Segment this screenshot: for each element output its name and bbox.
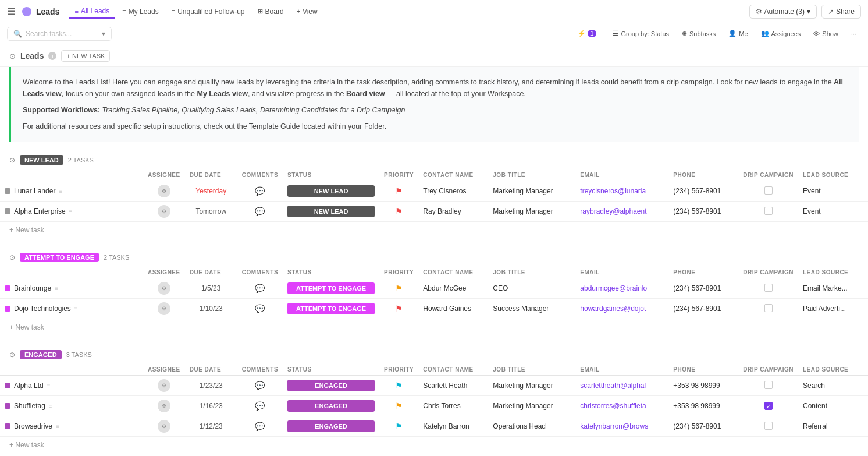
status-badge[interactable]: ATTEMPT TO ENGAGE bbox=[287, 282, 375, 294]
duedate-cell[interactable]: 1/5/23 bbox=[185, 278, 237, 299]
drip-cell[interactable] bbox=[738, 299, 798, 319]
duedate-cell[interactable]: 1/10/23 bbox=[185, 299, 237, 319]
status-cell[interactable]: ENGAGED bbox=[283, 416, 379, 437]
status-badge[interactable]: ENGAGED bbox=[287, 380, 375, 391]
drip-checkbox[interactable] bbox=[764, 284, 773, 292]
comment-icon[interactable]: 💬 bbox=[255, 284, 265, 293]
section-toggle-icon[interactable]: ⊙ bbox=[9, 52, 16, 61]
duedate-cell[interactable]: Yesterday bbox=[185, 181, 237, 202]
task-name-label[interactable]: Alpha Enterprise bbox=[14, 207, 66, 215]
new-task-button[interactable]: + NEW TASK bbox=[61, 50, 110, 62]
status-cell[interactable]: ENGAGED bbox=[283, 396, 379, 416]
section-toggle-icon[interactable]: ⊙ bbox=[9, 156, 15, 164]
comments-cell[interactable]: 💬 bbox=[237, 278, 283, 299]
task-menu-icon[interactable]: ≡ bbox=[55, 285, 58, 292]
priority-flag-icon[interactable]: ⚑ bbox=[395, 284, 403, 293]
duedate-cell[interactable]: 1/16/23 bbox=[185, 396, 237, 416]
tab-board[interactable]: ⊞ Board bbox=[252, 5, 290, 19]
priority-cell[interactable]: ⚑ bbox=[379, 416, 418, 437]
drip-cell[interactable] bbox=[738, 202, 798, 222]
comment-icon[interactable]: 💬 bbox=[255, 422, 265, 431]
drip-checkbox[interactable]: ✓ bbox=[764, 402, 773, 410]
priority-cell[interactable]: ⚑ bbox=[379, 376, 418, 396]
priority-flag-icon[interactable]: ⚑ bbox=[395, 207, 403, 216]
comment-icon[interactable]: 💬 bbox=[255, 207, 265, 216]
duedate-cell[interactable]: 1/12/23 bbox=[185, 416, 237, 437]
task-name-label[interactable]: Dojo Technologies bbox=[14, 305, 71, 313]
comment-icon[interactable]: 💬 bbox=[255, 381, 265, 390]
status-cell[interactable]: ATTEMPT TO ENGAGE bbox=[283, 278, 379, 299]
status-badge[interactable]: ENGAGED bbox=[287, 400, 375, 412]
tab-unqualified-followup[interactable]: ≡ Unqualified Follow-up bbox=[166, 5, 251, 19]
comments-cell[interactable]: 💬 bbox=[237, 202, 283, 222]
comments-cell[interactable]: 💬 bbox=[237, 416, 283, 437]
priority-cell[interactable]: ⚑ bbox=[379, 396, 418, 416]
priority-cell[interactable]: ⚑ bbox=[379, 278, 418, 299]
priority-cell[interactable]: ⚑ bbox=[379, 299, 418, 319]
duedate-cell[interactable]: Tomorrow bbox=[185, 202, 237, 222]
groupby-button[interactable]: ☰ Group by: Status bbox=[608, 28, 674, 39]
drip-checkbox[interactable] bbox=[764, 422, 773, 430]
status-badge[interactable]: ENGAGED bbox=[287, 420, 375, 432]
status-badge[interactable]: NEW LEAD bbox=[287, 185, 375, 197]
task-name-label[interactable]: Lunar Lander bbox=[14, 187, 55, 195]
tab-my-leads[interactable]: ≡ My Leads bbox=[116, 5, 164, 19]
drip-cell[interactable] bbox=[738, 416, 798, 437]
hamburger-icon[interactable]: ☰ bbox=[7, 6, 15, 17]
task-menu-icon[interactable]: ≡ bbox=[69, 208, 73, 215]
automate-button[interactable]: ⚙ Automate (3) ▾ bbox=[749, 5, 817, 19]
share-button[interactable]: ↗ Share bbox=[821, 5, 861, 19]
task-name-cell[interactable]: Alpha Enterprise ≡ bbox=[0, 202, 143, 222]
show-button[interactable]: 👁 Show bbox=[809, 29, 843, 39]
priority-cell[interactable]: ⚑ bbox=[379, 181, 418, 202]
drip-checkbox[interactable] bbox=[764, 304, 773, 312]
task-menu-icon[interactable]: ≡ bbox=[59, 188, 62, 195]
me-button[interactable]: 👤 Me bbox=[724, 28, 752, 39]
status-cell[interactable]: NEW LEAD bbox=[283, 181, 379, 202]
task-name-cell[interactable]: Dojo Technologies ≡ bbox=[0, 299, 143, 319]
comments-cell[interactable]: 💬 bbox=[237, 299, 283, 319]
task-menu-icon[interactable]: ≡ bbox=[49, 403, 52, 409]
comments-cell[interactable]: 💬 bbox=[237, 396, 283, 416]
task-name-cell[interactable]: Brainlounge ≡ bbox=[0, 278, 143, 299]
status-cell[interactable]: ATTEMPT TO ENGAGE bbox=[283, 299, 379, 319]
drip-checkbox[interactable] bbox=[764, 186, 773, 195]
comment-icon[interactable]: 💬 bbox=[255, 401, 265, 411]
task-menu-icon[interactable]: ≡ bbox=[56, 423, 59, 430]
task-name-cell[interactable]: Alpha Ltd ≡ bbox=[0, 376, 143, 396]
task-menu-icon[interactable]: ≡ bbox=[47, 383, 51, 389]
comment-icon[interactable]: 💬 bbox=[255, 186, 265, 196]
status-badge[interactable]: ATTEMPT TO ENGAGE bbox=[287, 303, 375, 314]
attempt-add-row[interactable]: + New task bbox=[0, 319, 868, 334]
drip-cell[interactable] bbox=[738, 278, 798, 299]
tab-all-leads[interactable]: ≡ All Leads bbox=[69, 5, 115, 19]
search-box[interactable]: 🔍 Search tasks... ▾ bbox=[7, 27, 112, 41]
status-cell[interactable]: ENGAGED bbox=[283, 376, 379, 396]
task-name-label[interactable]: Browsedrive bbox=[14, 422, 52, 430]
task-name-cell[interactable]: Lunar Lander ≡ bbox=[0, 181, 143, 202]
task-name-cell[interactable]: Shuffletag ≡ bbox=[0, 396, 143, 416]
task-name-label[interactable]: Brainlounge bbox=[14, 284, 51, 292]
section-toggle-icon[interactable]: ⊙ bbox=[9, 253, 15, 261]
assignees-button[interactable]: 👥 Assignees bbox=[756, 28, 806, 39]
task-name-cell[interactable]: Browsedrive ≡ bbox=[0, 416, 143, 437]
new-lead-add-row[interactable]: + New task bbox=[0, 222, 868, 236]
drip-checkbox[interactable] bbox=[764, 207, 773, 215]
duedate-cell[interactable]: 1/23/23 bbox=[185, 376, 237, 396]
priority-flag-icon[interactable]: ⚑ bbox=[395, 304, 403, 313]
filter-button[interactable]: ⚡ 1 bbox=[573, 28, 601, 39]
priority-cell[interactable]: ⚑ bbox=[379, 202, 418, 222]
status-cell[interactable]: NEW LEAD bbox=[283, 202, 379, 222]
priority-flag-icon[interactable]: ⚑ bbox=[395, 401, 403, 411]
comments-cell[interactable]: 💬 bbox=[237, 376, 283, 396]
drip-cell[interactable] bbox=[738, 181, 798, 202]
subtasks-button[interactable]: ⊕ Subtasks bbox=[677, 28, 720, 39]
tab-add-view[interactable]: + View bbox=[291, 5, 323, 19]
task-menu-icon[interactable]: ≡ bbox=[74, 306, 78, 312]
drip-cell[interactable]: ✓ bbox=[738, 396, 798, 416]
status-badge[interactable]: NEW LEAD bbox=[287, 206, 375, 217]
priority-flag-icon[interactable]: ⚑ bbox=[395, 381, 403, 390]
comments-cell[interactable]: 💬 bbox=[237, 181, 283, 202]
drip-checkbox[interactable] bbox=[764, 381, 773, 389]
engaged-add-row[interactable]: + New task bbox=[0, 437, 868, 451]
